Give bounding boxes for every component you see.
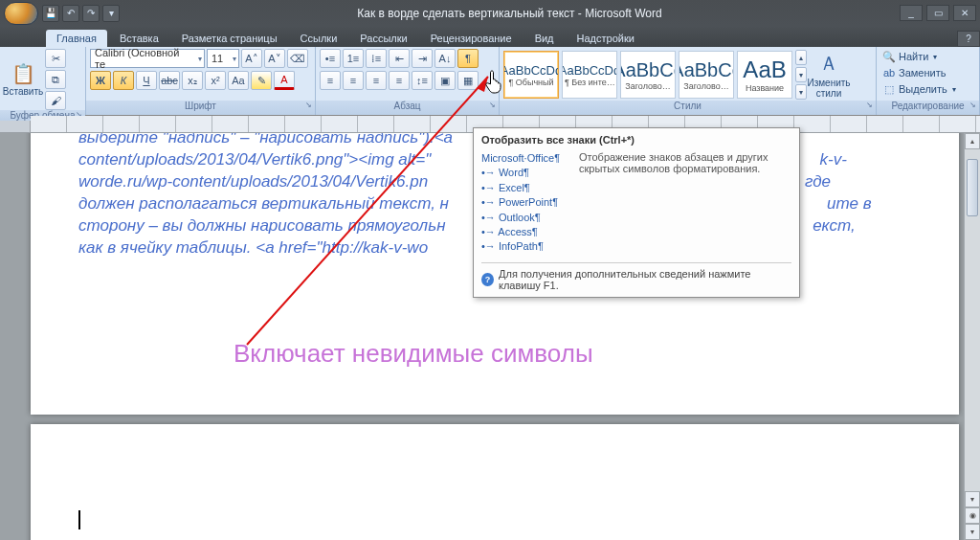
clear-format-button[interactable]: ⌫ [287, 49, 308, 68]
tab-view[interactable]: Вид [524, 30, 565, 47]
style-no-spacing[interactable]: AaBbCcDd ¶ Без инте… [562, 51, 617, 99]
help-button[interactable]: ? [957, 31, 980, 47]
cut-button[interactable]: ✂ [45, 49, 66, 68]
font-color-button[interactable]: A [274, 71, 295, 90]
tab-insert[interactable]: Вставка [109, 30, 169, 47]
tab-mailings[interactable]: Рассылки [349, 30, 417, 47]
scroll-track[interactable] [965, 149, 980, 491]
grow-font-button[interactable]: A˄ [241, 49, 262, 68]
office-button[interactable] [4, 2, 38, 25]
style-title[interactable]: АаВ Название [737, 51, 792, 99]
change-case-button[interactable]: Aa [228, 71, 249, 90]
group-paragraph: •≡ 1≡ ⁞≡ ⇤ ⇥ A↓ ¶ ≡ ≡ ≡ ≡ ↕≡ ▣ ▦ Абзац [316, 47, 500, 115]
doc-line: должен располагаться вертикальный текст,… [78, 194, 449, 213]
scroll-thumb[interactable] [967, 159, 978, 216]
justify-button[interactable]: ≡ [389, 71, 410, 90]
sort-button[interactable]: A↓ [434, 49, 456, 68]
show-marks-button[interactable]: ¶ [457, 49, 479, 68]
window-title: Как в ворде сделать вертикальный текст -… [120, 7, 900, 20]
scroll-up-button[interactable]: ▴ [965, 133, 980, 149]
borders-button[interactable]: ▦ [457, 71, 479, 90]
group-clipboard: 📋 Вставить ✂ ⧉ 🖌 Буфер обмена [0, 47, 86, 115]
tab-home[interactable]: Главная [46, 30, 107, 47]
doc-line: ите в [827, 194, 872, 213]
page-2[interactable] [31, 424, 959, 540]
indent-inc-button[interactable]: ⇥ [412, 49, 433, 68]
underline-button[interactable]: Ч [136, 71, 157, 90]
style-heading1[interactable]: AaBbCc Заголово… [620, 51, 676, 99]
doc-line: worde.ru/wp-content/uploads/2013/04/Vert… [78, 172, 428, 191]
scroll-down-button[interactable]: ▾ [965, 491, 980, 507]
close-button[interactable]: ✕ [953, 5, 976, 21]
change-styles-icon: Ａ [819, 51, 838, 77]
style-heading2[interactable]: AaBbCc Заголово… [679, 51, 734, 99]
paste-button[interactable]: 📋 Вставить [4, 56, 42, 103]
shrink-font-button[interactable]: A˅ [264, 49, 285, 68]
select-button[interactable]: ⬚Выделить▾ [880, 81, 958, 97]
superscript-button[interactable]: x² [205, 71, 226, 90]
tooltip-sample: Microsoft·Office¶ •→ Word¶ •→ Excel¶ •→ … [481, 151, 569, 255]
next-page-button[interactable]: ▾ [965, 524, 980, 540]
copy-button[interactable]: ⧉ [45, 70, 66, 89]
tooltip-title: Отобразить все знаки (Ctrl+*) [481, 134, 791, 146]
font-family-combo[interactable]: Calibri (Основной те [90, 49, 205, 68]
tab-layout[interactable]: Разметка страницы [171, 30, 288, 47]
align-center-button[interactable]: ≡ [343, 71, 364, 90]
styles-scroll-up[interactable]: ▴ [795, 50, 807, 65]
tooltip-show-marks: Отобразить все знаки (Ctrl+*) Microsoft·… [473, 127, 800, 298]
minimize-button[interactable]: _ [900, 5, 923, 21]
strike-button[interactable]: abc [159, 71, 180, 90]
qat-save-icon[interactable]: 💾 [42, 5, 59, 22]
select-icon: ⬚ [882, 82, 896, 96]
replace-button[interactable]: abЗаменить [880, 65, 947, 80]
title-bar: 💾 ↶ ↷ ▾ Как в ворде сделать вертикальный… [0, 0, 980, 26]
group-label-font: Шрифт [86, 101, 315, 115]
line-spacing-button[interactable]: ↕≡ [412, 71, 433, 90]
font-size-combo[interactable]: 11 [207, 49, 239, 68]
window-controls: _ ▭ ✕ [900, 5, 976, 21]
indent-dec-button[interactable]: ⇤ [389, 49, 410, 68]
qat-more-icon[interactable]: ▾ [102, 5, 120, 22]
align-left-button[interactable]: ≡ [320, 71, 341, 90]
group-label-paragraph: Абзац [316, 101, 499, 115]
tab-addins[interactable]: Надстройки [567, 30, 645, 47]
shading-button[interactable]: ▣ [434, 71, 456, 90]
find-button[interactable]: 🔍Найти▾ [880, 49, 939, 64]
style-normal[interactable]: AaBbCcDd ¶ Обычный [503, 51, 559, 99]
quick-access-toolbar: 💾 ↶ ↷ ▾ [42, 5, 120, 22]
doc-line: екст, [813, 216, 855, 235]
group-font: Calibri (Основной те 11 A˄ A˅ ⌫ Ж К Ч ab… [86, 47, 316, 115]
help-icon: ? [481, 273, 494, 286]
doc-line: как в ячейку таблицы. <a href="http://ka… [78, 238, 428, 257]
doc-line: выберите "надпись" – "нарисовать надпись… [78, 133, 453, 146]
multilevel-button[interactable]: ⁞≡ [366, 49, 387, 68]
subscript-button[interactable]: x₂ [182, 71, 203, 90]
find-icon: 🔍 [882, 50, 896, 63]
styles-expand[interactable]: ▾ [795, 84, 807, 100]
ribbon-tabs: Главная Вставка Разметка страницы Ссылки… [0, 26, 980, 47]
styles-scroll-down[interactable]: ▾ [795, 67, 807, 82]
qat-undo-icon[interactable]: ↶ [62, 5, 79, 22]
text-cursor [78, 510, 80, 529]
maximize-button[interactable]: ▭ [926, 5, 949, 21]
tab-review[interactable]: Рецензирование [420, 30, 523, 47]
italic-button[interactable]: К [113, 71, 134, 90]
bullets-button[interactable]: •≡ [320, 49, 341, 68]
group-editing: 🔍Найти▾ abЗаменить ⬚Выделить▾ Редактиров… [877, 47, 980, 115]
vertical-scrollbar[interactable]: ▴ ▾ ◉ ▾ [964, 133, 980, 540]
group-styles: AaBbCcDd ¶ Обычный AaBbCcDd ¶ Без инте… … [500, 47, 877, 115]
clipboard-icon: 📋 [11, 62, 35, 85]
align-right-button[interactable]: ≡ [366, 71, 387, 90]
numbering-button[interactable]: 1≡ [343, 49, 364, 68]
tooltip-desc: Отображение знаков абзацев и других скры… [579, 151, 791, 255]
bold-button[interactable]: Ж [90, 71, 111, 90]
format-painter-button[interactable]: 🖌 [45, 91, 66, 110]
highlight-button[interactable]: ✎ [251, 71, 272, 90]
doc-line: content/uploads/2013/04/Vertik6.png"><im… [78, 150, 431, 169]
change-styles-button[interactable]: Ａ Изменить стили [810, 51, 848, 99]
qat-redo-icon[interactable]: ↷ [82, 5, 100, 22]
tab-references[interactable]: Ссылки [290, 30, 348, 47]
doc-line: сторону – вы должны нарисовать прямоугол… [78, 216, 446, 235]
annotation-label: Включает невидимые символы [234, 339, 593, 369]
prev-page-button[interactable]: ◉ [965, 507, 980, 524]
